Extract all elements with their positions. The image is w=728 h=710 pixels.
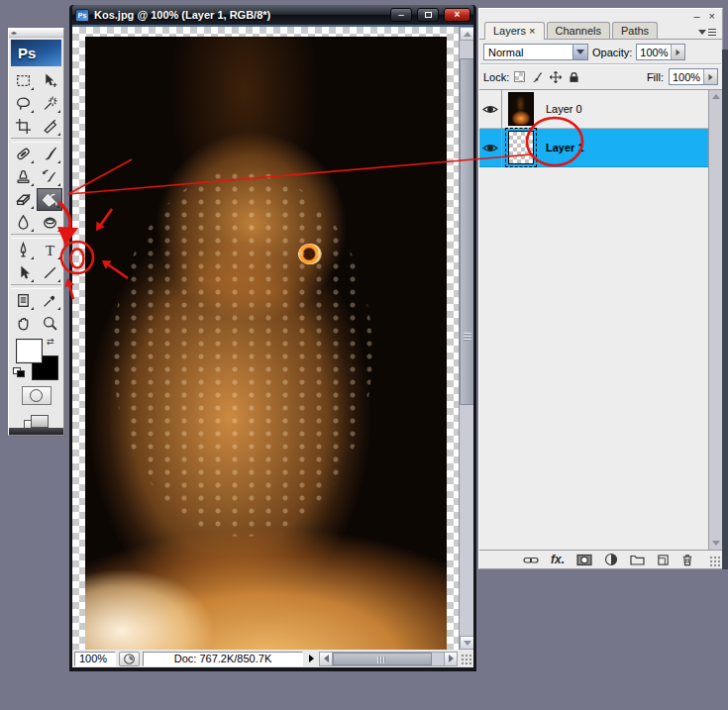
blend-mode-select[interactable]: Normal (483, 44, 588, 60)
layer0-thumbnail[interactable] (508, 92, 534, 126)
eyedropper-tool[interactable] (37, 289, 62, 312)
slice-icon (42, 118, 58, 135)
vertical-scrollbar[interactable] (459, 27, 473, 650)
lock-pixels-icon[interactable] (530, 70, 544, 84)
close-button[interactable]: × (444, 8, 470, 22)
scroll-right-button[interactable] (444, 653, 457, 665)
tab-channels[interactable]: Channels (547, 22, 610, 39)
new-group-icon[interactable] (630, 554, 645, 565)
default-colors-icon[interactable] (13, 367, 26, 378)
layer-thumbnail-box (502, 92, 539, 126)
lock-position-icon[interactable] (549, 70, 563, 84)
lock-label: Lock: (483, 71, 509, 83)
lock-row: Lock: Fill: 100% (479, 64, 722, 89)
foreground-color-swatch[interactable] (16, 339, 43, 363)
thumb-grip (464, 333, 471, 341)
blur-tool[interactable] (10, 211, 36, 234)
clone-stamp-tool[interactable] (10, 165, 36, 188)
slice-tool[interactable] (37, 115, 62, 138)
owl-photo[interactable] (85, 37, 447, 650)
dropdown-button[interactable] (572, 45, 587, 59)
scroll-down-button[interactable] (460, 636, 473, 650)
hand-tool[interactable] (10, 312, 36, 335)
dodge-tool[interactable] (37, 211, 62, 234)
toolbox-drag-handle[interactable]: ◂▸ (9, 29, 63, 38)
visibility-toggle[interactable] (479, 129, 502, 167)
fill-field[interactable]: 100% (669, 68, 718, 85)
opacity-slider-button[interactable] (671, 45, 684, 59)
panel-resize-grip[interactable] (709, 556, 720, 566)
marquee-tool[interactable] (10, 69, 36, 92)
layer-style-icon[interactable]: fx. (551, 553, 565, 566)
pen-tool[interactable] (10, 239, 36, 261)
blur-icon (15, 214, 32, 231)
document-canvas[interactable] (72, 27, 473, 650)
path-selection-icon (15, 264, 32, 281)
delete-layer-icon[interactable] (681, 554, 693, 566)
line-tool[interactable] (37, 261, 62, 284)
link-layers-icon[interactable] (523, 555, 539, 565)
minimize-button[interactable]: – (390, 8, 412, 22)
lock-transparency-icon[interactable] (514, 71, 525, 82)
zoom-tool[interactable] (37, 312, 62, 335)
document-titlebar[interactable]: Ps Kos.jpg @ 100% (Layer 1, RGB/8*) – × (72, 5, 473, 25)
zoom-level-field[interactable]: 100% (74, 652, 116, 666)
screen-mode-icon (31, 415, 49, 428)
visibility-toggle[interactable] (479, 90, 502, 129)
document-window: Ps Kos.jpg @ 100% (Layer 1, RGB/8*) – × … (69, 5, 476, 671)
layer-name[interactable]: Layer 1 (539, 142, 584, 153)
lasso-tool[interactable] (10, 92, 36, 115)
notes-tool[interactable] (10, 289, 36, 312)
fill-slider-button[interactable] (703, 69, 717, 84)
toolbox-palette: ◂▸ Ps (8, 28, 64, 436)
quick-mask-button[interactable] (22, 386, 52, 405)
scroll-up-button[interactable] (460, 27, 473, 41)
paint-bucket-icon (42, 191, 58, 208)
menu-arrow-icon (698, 30, 706, 35)
layer1-thumbnail[interactable] (508, 131, 534, 164)
panel-close-button[interactable]: × (709, 11, 715, 21)
magic-wand-tool[interactable] (37, 92, 62, 115)
opacity-field[interactable]: 100% (636, 44, 685, 60)
lock-all-icon[interactable] (568, 70, 580, 84)
tab-layers[interactable]: Layers × (484, 22, 545, 40)
layer-row-1[interactable]: Layer 1 (479, 129, 722, 167)
photoshop-logo[interactable]: Ps (11, 40, 61, 66)
status-flyout-button[interactable] (306, 655, 316, 662)
type-tool[interactable]: T (37, 239, 62, 261)
document-size-field[interactable]: Doc: 767.2K/850.7K (143, 652, 303, 666)
scroll-up-button[interactable] (709, 90, 722, 103)
scroll-down-button[interactable] (709, 537, 722, 550)
move-tool[interactable] (37, 69, 62, 92)
history-brush-tool[interactable] (37, 165, 62, 188)
vertical-scroll-thumb[interactable] (460, 58, 473, 405)
eraser-tool[interactable] (10, 188, 36, 211)
panel-menu-button[interactable] (698, 29, 716, 36)
brush-tool[interactable] (37, 143, 62, 165)
layer-name[interactable]: Layer 0 (539, 103, 582, 115)
layers-scrollbar[interactable] (708, 90, 722, 550)
swap-colors-icon[interactable]: ⇄ (47, 337, 60, 349)
adjustment-layer-icon[interactable] (604, 553, 618, 566)
panel-tab-bar: Layers × Channels Paths (479, 22, 722, 40)
minimize-icon: – (398, 10, 404, 20)
new-layer-icon[interactable] (657, 554, 670, 566)
scroll-left-button[interactable] (320, 653, 333, 665)
status-bar: 100% Doc: 767.2K/850.7K (72, 650, 473, 667)
layer-mask-icon[interactable] (576, 554, 592, 566)
tab-paths[interactable]: Paths (612, 22, 658, 39)
status-timer-button[interactable] (119, 652, 140, 666)
horizontal-scroll-thumb[interactable] (333, 653, 432, 665)
horizontal-scrollbar[interactable] (319, 652, 458, 666)
line-icon (42, 264, 58, 281)
type-icon: T (42, 242, 58, 258)
healing-brush-tool[interactable] (10, 143, 36, 165)
path-selection-tool[interactable] (10, 261, 36, 284)
panel-minimize-button[interactable]: – (693, 11, 699, 21)
layer-row-0[interactable]: Layer 0 (479, 90, 722, 129)
magic-wand-icon (42, 95, 58, 112)
window-resize-grip[interactable] (461, 654, 471, 664)
crop-tool[interactable] (10, 115, 36, 138)
maximize-button[interactable] (417, 8, 439, 22)
paint-bucket-tool[interactable] (37, 188, 62, 211)
